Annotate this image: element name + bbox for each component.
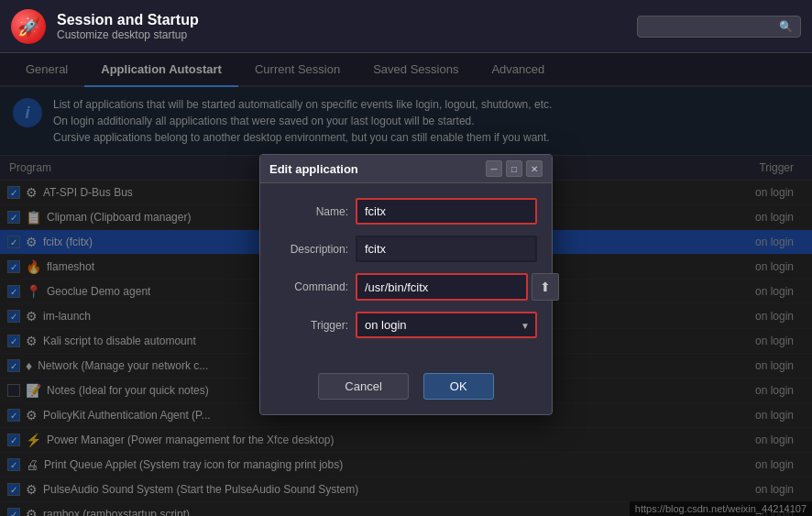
modal-maximize-button[interactable]: □ [506,160,522,177]
modal-close-button[interactable]: ✕ [526,160,543,177]
modal-title: Edit application [269,162,358,176]
cmd-row: Command: ⬆ [275,273,537,301]
titlebar: 🚀 Session and Startup Customize desktop … [0,0,812,53]
titlebar-text: Session and Startup Customize desktop st… [57,12,626,41]
desc-input[interactable] [356,236,537,262]
modal-overlay: Edit application ─ □ ✕ Name: Description… [0,53,812,516]
app-logo: 🚀 [11,9,46,44]
ok-button[interactable]: OK [423,373,494,400]
trigger-select[interactable]: on login on logout on shutdown [356,312,537,338]
modal-titlebar: Edit application ─ □ ✕ [260,155,552,183]
app-subtitle: Customize desktop startup [57,28,626,41]
trigger-row: Trigger: on login on logout on shutdown … [275,312,537,338]
name-input[interactable] [356,198,537,225]
browse-button[interactable]: ⬆ [532,273,559,301]
trigger-select-wrapper: on login on logout on shutdown ▼ [356,312,537,338]
search-input[interactable] [645,20,774,33]
modal-controls: ─ □ ✕ [486,160,543,177]
name-label: Name: [275,205,348,218]
trigger-label: Trigger: [275,319,348,332]
name-row: Name: [275,198,537,225]
cmd-label: Command: [275,280,348,293]
cmd-input-row: ⬆ [356,273,559,301]
edit-dialog: Edit application ─ □ ✕ Name: Description… [259,154,553,415]
main-content: General Application Autostart Current Se… [0,53,812,516]
search-icon: 🔍 [779,20,793,33]
cmd-input[interactable] [356,273,528,301]
desc-row: Description: [275,236,537,262]
desc-label: Description: [275,243,348,256]
app-title: Session and Startup [57,12,626,28]
modal-footer: Cancel OK [260,364,552,414]
modal-body: Name: Description: Command: ⬆ [260,183,552,364]
cancel-button[interactable]: Cancel [318,373,408,400]
modal-minimize-button[interactable]: ─ [486,160,502,177]
search-box[interactable]: 🔍 [637,16,801,38]
